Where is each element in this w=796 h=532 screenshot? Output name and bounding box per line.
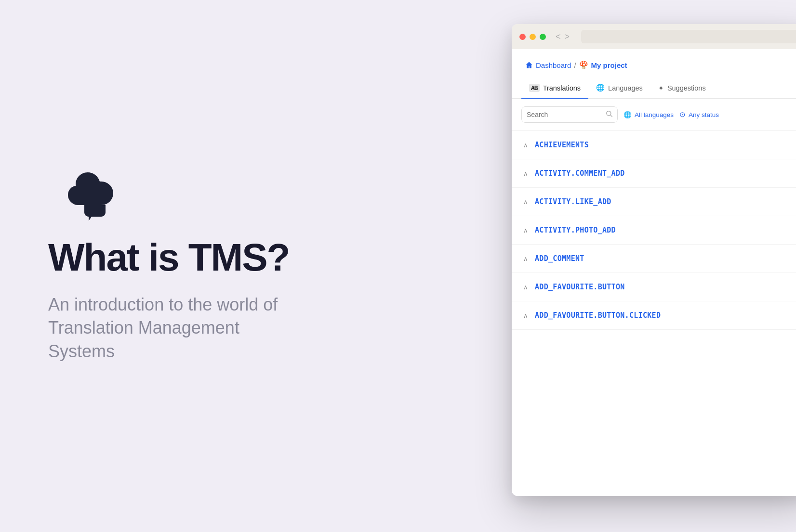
browser-window: < > Dashboard / 🍄 My project [512, 24, 796, 496]
languages-tab-label: Languages [608, 84, 643, 92]
chevron-icon: ∧ [523, 284, 528, 291]
address-bar[interactable] [581, 30, 796, 43]
translation-list: ∧ ACHIEVEMENTS ∧ ACTIVITY.COMMENT_ADD ∧ … [512, 131, 796, 330]
status-filter-icon: ⊙ [679, 110, 686, 119]
breadcrumb-separator: / [574, 61, 576, 69]
breadcrumb-project-emoji: 🍄 [579, 61, 588, 69]
suggestions-tab-icon: ✦ [658, 84, 664, 92]
translation-item[interactable]: ∧ ADD_FAVOURITE.BUTTON [512, 273, 796, 301]
translation-key: ACTIVITY.LIKE_ADD [535, 197, 611, 206]
translation-item[interactable]: ∧ ADD_COMMENT [512, 245, 796, 273]
page-container: What is TMS? An introduction to the worl… [0, 0, 796, 532]
tab-suggestions[interactable]: ✦ Suggestions [650, 78, 714, 99]
translation-item[interactable]: ∧ ACTIVITY.PHOTO_ADD [512, 216, 796, 245]
search-bar-row: 🌐 All languages ⊙ Any status [512, 99, 796, 131]
search-icon [606, 110, 612, 119]
nav-forward-button[interactable]: > [565, 32, 570, 42]
breadcrumb-project-link[interactable]: 🍄 My project [579, 61, 627, 69]
translation-item[interactable]: ∧ ACHIEVEMENTS [512, 131, 796, 159]
translation-key: ADD_COMMENT [535, 254, 584, 263]
traffic-light-yellow[interactable] [530, 34, 536, 40]
any-status-filter[interactable]: ⊙ Any status [679, 110, 719, 119]
nav-back-button[interactable]: < [556, 32, 561, 42]
svg-line-2 [610, 115, 612, 117]
translation-key: ADD_FAVOURITE.BUTTON.CLICKED [535, 311, 661, 320]
globe-filter-icon: 🌐 [624, 111, 632, 118]
languages-tab-icon: 🌐 [596, 84, 605, 92]
left-panel: What is TMS? An introduction to the worl… [0, 130, 347, 402]
tabs-bar: AB Translations 🌐 Languages ✦ Suggestion… [512, 78, 796, 99]
nav-arrows: < > [556, 32, 570, 42]
cloud-icon [48, 169, 116, 222]
chevron-icon: ∧ [523, 227, 528, 234]
browser-content: Dashboard / 🍄 My project AB Translations… [512, 49, 796, 496]
suggestions-tab-label: Suggestions [667, 84, 706, 92]
browser-titlebar: < > [512, 24, 796, 49]
main-title: What is TMS? [48, 237, 308, 278]
all-languages-filter[interactable]: 🌐 All languages [624, 111, 674, 118]
chevron-icon: ∧ [523, 255, 528, 262]
translation-item[interactable]: ∧ ACTIVITY.COMMENT_ADD [512, 159, 796, 188]
chevron-icon: ∧ [523, 142, 528, 149]
breadcrumb-dashboard-link[interactable]: Dashboard [525, 61, 571, 69]
translation-key: ACHIEVEMENTS [535, 141, 589, 149]
traffic-lights [519, 34, 546, 40]
svg-marker-0 [89, 217, 92, 221]
tab-translations[interactable]: AB Translations [521, 78, 588, 99]
breadcrumb-dashboard-label: Dashboard [536, 61, 571, 69]
traffic-light-green[interactable] [540, 34, 546, 40]
translation-item[interactable]: ∧ ADD_FAVOURITE.BUTTON.CLICKED [512, 301, 796, 330]
chevron-icon: ∧ [523, 312, 528, 319]
translations-tab-label: Translations [543, 84, 581, 92]
search-input-wrap [521, 106, 618, 123]
any-status-label: Any status [689, 111, 719, 118]
chevron-icon: ∧ [523, 170, 528, 177]
breadcrumb: Dashboard / 🍄 My project [512, 49, 796, 78]
translation-key: ACTIVITY.PHOTO_ADD [535, 226, 616, 234]
translation-item[interactable]: ∧ ACTIVITY.LIKE_ADD [512, 188, 796, 216]
translation-key: ADD_FAVOURITE.BUTTON [535, 283, 625, 291]
all-languages-label: All languages [635, 111, 674, 118]
traffic-light-red[interactable] [519, 34, 526, 40]
chevron-icon: ∧ [523, 198, 528, 206]
tab-languages[interactable]: 🌐 Languages [588, 78, 650, 99]
subtitle: An introduction to the world of Translat… [48, 293, 299, 363]
translation-key: ACTIVITY.COMMENT_ADD [535, 169, 625, 178]
breadcrumb-project-label: My project [591, 61, 627, 69]
search-input[interactable] [527, 111, 602, 118]
translations-tab-icon: AB [529, 84, 540, 92]
